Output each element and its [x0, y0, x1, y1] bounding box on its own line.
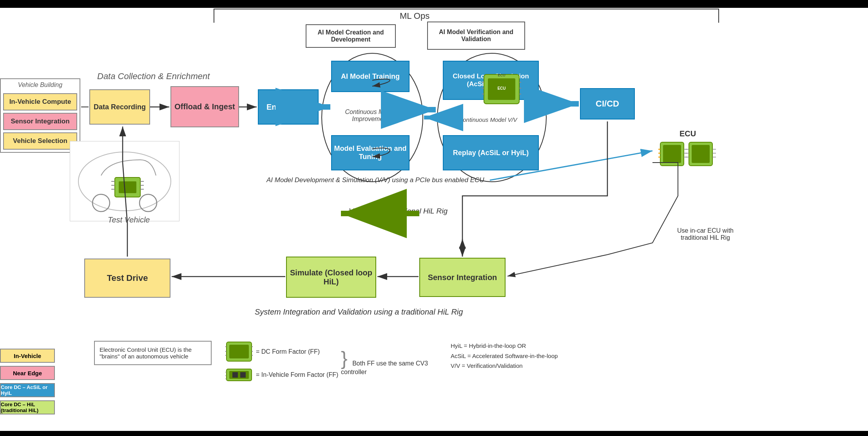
- car-svg: [74, 144, 176, 219]
- svg-point-2: [140, 194, 157, 212]
- vehicle-building-box: Vehicle Building In-Vehicle Compute Sens…: [0, 78, 80, 153]
- test-drive-box: Test Drive: [84, 259, 170, 298]
- svg-rect-22: [663, 145, 681, 163]
- legend-in-vehicle-box: In-Vehicle: [0, 349, 55, 363]
- data-recording-box: Data Recording: [89, 89, 150, 125]
- dc-ff-section: = DC Form Factor (FF) = In-Vehicle Form …: [225, 341, 338, 383]
- replay-label: Replay (AcSiL or HyiL): [453, 149, 529, 157]
- continuous-vv-label: Continuous Model V/V: [458, 116, 517, 123]
- replay-box: Replay (AcSiL or HyiL): [443, 135, 539, 170]
- cicd-box: CI/CD: [580, 88, 635, 119]
- ecu-desc-box: Electronic Control Unit (ECU) is the "br…: [94, 341, 212, 365]
- vb-item-vehicle-selection: Vehicle Selection: [3, 132, 77, 150]
- dc-ff-chip: [225, 341, 253, 362]
- sensor-integration-bottom-label: Sensor Integration: [428, 273, 497, 282]
- model-evaluation-box: Model Evaluation and Tuning: [331, 135, 410, 170]
- use-incar-label: Use in-car ECU with traditional HiL Rig: [666, 227, 745, 241]
- ai-verification-box: AI Model Verification and Validation: [427, 22, 525, 50]
- continuous-vv: Continuous Model V/V: [447, 104, 529, 135]
- dc-ff-label2: = In-Vehicle Form Factor (FF): [256, 371, 338, 378]
- vb-item-sensor-integration: Sensor Integration: [3, 113, 77, 130]
- ecu-right-svg: [658, 138, 717, 174]
- hyil-label: HyiL = Hybrid-in-the-loop OR AcSiL = Acc…: [451, 341, 588, 371]
- model-evaluation-label: Model Evaluation and Tuning: [332, 145, 409, 161]
- both-ff-label: } Both FF use the same CV3 controller: [341, 349, 439, 376]
- test-drive-label: Test Drive: [107, 273, 148, 283]
- sys-integration-label: System Integration and Validation using …: [255, 308, 463, 317]
- legend-core-dc-acsil-box: Core DC – AcSiL or HyiL: [0, 383, 55, 397]
- ecu-right-section: ECU: [658, 129, 717, 175]
- enrich-data-box: Enrich Data: [258, 89, 319, 125]
- data-recording-label: Data Recording: [94, 103, 146, 111]
- offload-ingest-label: Offload & Ingest: [174, 102, 235, 111]
- ecu-right-label: ECU: [658, 129, 717, 138]
- svg-rect-46: [229, 371, 249, 379]
- ai-creation-box: AI Model Creation and Development: [306, 24, 396, 48]
- ecu-desc-text: Electronic Control Unit (ECU) is the "br…: [100, 346, 192, 360]
- ai-creation-label: AI Model Creation and Development: [306, 29, 395, 43]
- svg-rect-4: [119, 181, 136, 193]
- ai-dev-label: AI Model Development & Simulation (V/V) …: [266, 176, 484, 184]
- hyil-line2: AcSiL = Accelerated Software-in-the-loop: [451, 351, 588, 361]
- offload-ingest-box: Offload & Ingest: [170, 86, 239, 127]
- svg-point-1: [92, 194, 110, 212]
- svg-text:ECU: ECU: [498, 73, 505, 77]
- simulate-label: Simulate (Closed loop HiL): [287, 268, 375, 286]
- both-ff-text: Both FF use the same CV3 controller: [341, 360, 428, 375]
- ecu-chip-svg: ECU ECU: [482, 72, 521, 106]
- hyil-line1: HyiL = Hybrid-in-the-loop OR: [451, 341, 588, 351]
- car-image: [70, 141, 179, 221]
- ai-training-label: AI Model Training: [341, 72, 400, 81]
- ecu-chip-image: ECU ECU: [482, 72, 521, 108]
- ml-ops-label: ML Ops: [400, 11, 429, 21]
- legend-near-edge: Near Edge: [0, 366, 82, 380]
- hyil-line3: V/V = Verification/Validation: [451, 361, 588, 371]
- ai-verification-label: AI Model Verification and Validation: [428, 29, 524, 43]
- enrich-data-label: Enrich Data: [266, 103, 310, 112]
- vv-hil-label: V/V using a traditional HiL Rig: [349, 207, 448, 215]
- simulate-box: Simulate (Closed loop HiL): [286, 257, 376, 298]
- legend-core-dc-hil-box: Core DC – HiL (traditional HiL): [0, 400, 55, 414]
- continuous-improvement: Continuous Model Improvement: [329, 100, 411, 131]
- dc-ff-row2: = In-Vehicle Form Factor (FF): [225, 367, 338, 383]
- dc-ff-row1: = DC Form Factor (FF): [225, 341, 338, 362]
- data-collection-label: Data Collection & Enrichment: [97, 71, 210, 81]
- sensor-integration-bottom-box: Sensor Integration: [419, 258, 506, 297]
- legend-near-edge-box: Near Edge: [0, 366, 55, 380]
- legend-in-vehicle: In-Vehicle: [0, 349, 82, 363]
- legend-core-dc-acsil: Core DC – AcSiL or HyiL: [0, 383, 82, 397]
- ml-ops-bracket: [214, 9, 719, 23]
- svg-rect-48: [240, 372, 246, 378]
- continuous-improvement-label: Continuous Model Improvement: [329, 109, 411, 123]
- vb-item-in-vehicle-compute: In-Vehicle Compute: [3, 93, 77, 110]
- invehicle-ff-chip: [225, 367, 253, 383]
- cicd-label: CI/CD: [596, 99, 619, 109]
- svg-text:ECU: ECU: [497, 86, 506, 90]
- svg-rect-47: [232, 372, 238, 378]
- legend-core-dc-hil: Core DC – HiL (traditional HiL): [0, 400, 82, 414]
- dc-ff-label1: = DC Form Factor (FF): [256, 348, 320, 355]
- diagram-container: ML Ops Data Collection & Enrichment Vehi…: [0, 0, 868, 436]
- ai-training-box: AI Model Training: [331, 61, 410, 92]
- vehicle-building-title: Vehicle Building: [1, 79, 80, 91]
- svg-rect-38: [229, 345, 249, 358]
- test-vehicle-label: Test Vehicle: [108, 215, 150, 224]
- legend-container: In-Vehicle Near Edge Core DC – AcSiL or …: [0, 349, 82, 418]
- svg-rect-24: [692, 145, 710, 163]
